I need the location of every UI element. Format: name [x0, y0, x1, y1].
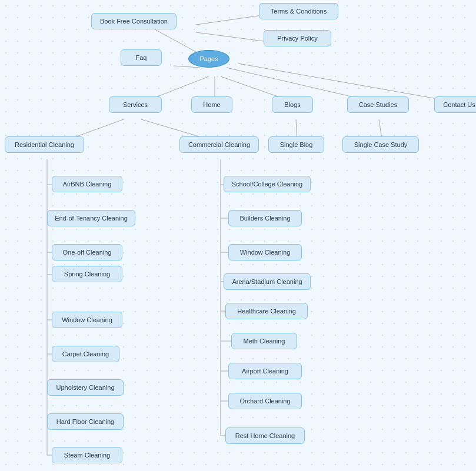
case-studies-node: Case Studies — [347, 96, 409, 113]
terms-node: Terms & Conditions — [259, 3, 338, 19]
arena-node: Arena/Stadium Cleaning — [224, 273, 311, 290]
faq-node: Faq — [121, 49, 162, 66]
upholstery-node: Upholstery Cleaning — [47, 379, 124, 396]
site-map-diagram: Pages Book Free Consultation Faq Terms &… — [0, 0, 476, 471]
school-college-node: School/College Cleaning — [224, 176, 311, 192]
airport-node: Airport Cleaning — [228, 363, 302, 379]
single-blog-node: Single Blog — [268, 136, 324, 153]
healthcare-node: Healthcare Cleaning — [225, 303, 308, 319]
meth-node: Meth Cleaning — [231, 333, 297, 349]
single-case-study-node: Single Case Study — [342, 136, 419, 153]
airbnb-node: AirBNB Cleaning — [52, 176, 122, 192]
privacy-node: Privacy Policy — [264, 30, 331, 46]
steam-node: Steam Cleaning — [52, 447, 122, 463]
blogs-node: Blogs — [272, 96, 313, 113]
svg-line-1 — [174, 66, 200, 68]
services-node: Services — [109, 96, 162, 113]
window-com-node: Window Cleaning — [228, 244, 302, 260]
home-node: Home — [191, 96, 232, 113]
book-free-node: Book Free Consultation — [91, 13, 177, 29]
window-res-node: Window Cleaning — [52, 312, 122, 328]
builders-node: Builders Cleaning — [228, 210, 302, 226]
carpet-node: Carpet Cleaning — [52, 346, 119, 362]
rest-home-node: Rest Home Cleaning — [225, 427, 305, 444]
pages-node: Pages — [188, 50, 229, 68]
hard-floor-node: Hard Floor Cleaning — [47, 413, 124, 430]
commercial-cleaning-node: Commercial Cleaning — [179, 136, 259, 153]
orchard-node: Orchard Cleaning — [228, 393, 302, 409]
residential-cleaning-node: Residential Cleaning — [5, 136, 84, 153]
one-off-node: One-off Cleaning — [52, 244, 122, 260]
contact-us-node: Contact Us — [434, 96, 476, 113]
end-tenancy-node: End-of-Tenancy Cleaning — [47, 210, 135, 226]
svg-line-3 — [196, 32, 272, 42]
spring-node: Spring Cleaning — [52, 266, 122, 282]
